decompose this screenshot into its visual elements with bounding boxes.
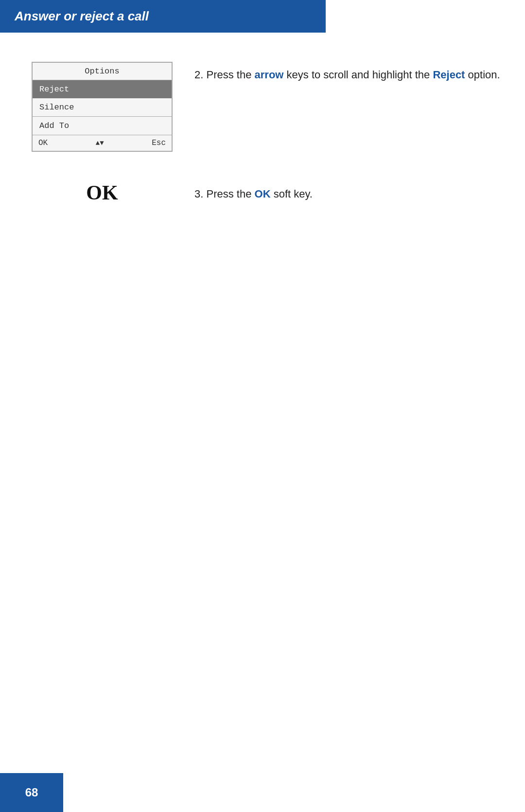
step-3-text-after-ok: soft key. — [271, 188, 313, 200]
phone-menu: Options Reject Silence Add To OK ▲▼ Esc — [32, 62, 173, 152]
page-number: 68 — [25, 786, 38, 799]
step-3-visual: OK — [24, 181, 180, 204]
menu-footer-arrow-icon: ▲▼ — [96, 139, 104, 147]
step-2-number: 2. — [194, 69, 203, 81]
step-2-text-end: option. — [465, 69, 500, 81]
ok-display: OK — [86, 181, 118, 204]
step-2-reject-link: Reject — [433, 69, 465, 81]
menu-item-reject: Reject — [33, 80, 172, 98]
step-3-number: 3. — [194, 188, 203, 200]
step-2-arrow-link: arrow — [255, 69, 284, 81]
main-content: Options Reject Silence Add To OK ▲▼ Esc … — [0, 62, 525, 204]
menu-footer: OK ▲▼ Esc — [33, 135, 172, 151]
step-3-row: OK 3. Press the OK soft key. — [24, 181, 501, 204]
menu-title: Options — [33, 63, 172, 80]
menu-footer-ok: OK — [38, 139, 48, 147]
step-3-ok-link: OK — [255, 188, 271, 200]
step-2-row: Options Reject Silence Add To OK ▲▼ Esc … — [24, 62, 501, 152]
step-3-text: 3. Press the OK soft key. — [180, 181, 501, 202]
page-footer: 68 — [0, 773, 63, 812]
step-2-text-after-arrow: keys to scroll and highlight the — [283, 69, 433, 81]
step-3-text-before-ok: Press the — [206, 188, 254, 200]
menu-item-silence: Silence — [33, 98, 172, 116]
menu-footer-esc: Esc — [152, 139, 166, 147]
header-banner: Answer or reject a call — [0, 0, 326, 33]
page-title: Answer or reject a call — [15, 9, 311, 24]
step-2-text: 2. Press the arrow keys to scroll and hi… — [180, 62, 501, 83]
step-2-text-before-arrow: Press the — [206, 69, 254, 81]
menu-item-addto: Add To — [33, 116, 172, 135]
step-2-visual: Options Reject Silence Add To OK ▲▼ Esc — [24, 62, 180, 152]
